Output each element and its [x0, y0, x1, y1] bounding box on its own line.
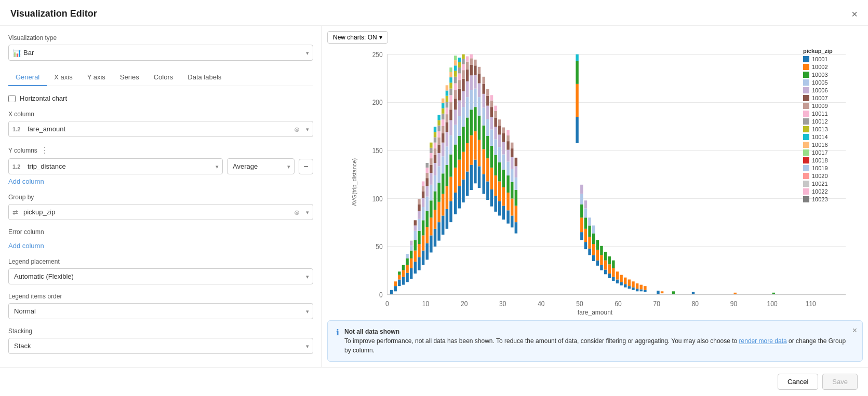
svg-rect-291 — [592, 225, 595, 233]
svg-text:50: 50 — [576, 300, 583, 308]
render-more-data-link[interactable]: render more data — [739, 337, 787, 345]
tab-yaxis[interactable]: Y axis — [80, 69, 113, 86]
svg-rect-41 — [410, 241, 412, 245]
svg-rect-50 — [418, 231, 420, 244]
x-column-clear-icon[interactable]: ⊗ — [294, 125, 300, 133]
svg-rect-224 — [490, 107, 493, 117]
svg-rect-110 — [442, 126, 444, 133]
y-columns-header: Y columns ⋮ — [8, 145, 313, 155]
stacking-group: Stacking Stack ▾ — [8, 327, 313, 354]
svg-rect-62 — [422, 181, 424, 186]
group-by-clear-icon[interactable]: ⊗ — [294, 208, 300, 216]
close-button[interactable]: × — [851, 9, 858, 19]
svg-rect-32 — [402, 265, 405, 270]
cancel-button[interactable]: Cancel — [778, 374, 818, 390]
save-button[interactable]: Save — [822, 374, 858, 390]
svg-rect-67 — [426, 186, 429, 196]
svg-rect-150 — [454, 71, 457, 76]
svg-rect-186 — [470, 90, 473, 110]
svg-rect-87 — [434, 155, 436, 163]
svg-rect-268 — [515, 166, 517, 177]
svg-rect-249 — [506, 210, 509, 223]
svg-rect-265 — [515, 206, 517, 222]
viz-type-group: Visualization type 📊 Bar ▾ — [8, 34, 313, 61]
group-by-select-wrapper: ⇄ pickup_zip ⊗ ▾ — [8, 204, 313, 220]
tab-xaxis[interactable]: X axis — [47, 69, 79, 86]
svg-rect-112 — [442, 114, 444, 119]
svg-rect-49 — [418, 244, 420, 257]
svg-rect-306 — [612, 261, 615, 268]
svg-rect-176 — [466, 143, 469, 172]
svg-rect-42 — [414, 262, 417, 274]
svg-rect-274 — [580, 232, 583, 240]
svg-rect-91 — [434, 132, 436, 137]
x-column-group: X column 1.2 fare_amount ⊗ ▾ — [8, 111, 313, 137]
svg-rect-322 — [644, 286, 646, 290]
svg-rect-263 — [511, 143, 513, 148]
legend-item: 10022 — [803, 188, 863, 195]
svg-rect-194 — [474, 89, 476, 107]
svg-rect-304 — [612, 277, 615, 281]
svg-rect-169 — [462, 91, 464, 107]
y-column-select[interactable]: trip_distance — [8, 158, 223, 174]
svg-rect-205 — [483, 174, 485, 194]
y-columns-options-icon[interactable]: ⋮ — [41, 145, 49, 155]
svg-rect-80 — [430, 148, 432, 153]
modal-header: Visualization Editor × — [0, 0, 868, 26]
svg-rect-239 — [498, 134, 501, 147]
svg-rect-241 — [498, 119, 501, 125]
svg-rect-255 — [506, 135, 509, 141]
horizontal-chart-checkbox[interactable] — [8, 95, 16, 102]
svg-text:250: 250 — [372, 50, 383, 59]
svg-rect-235 — [498, 201, 501, 216]
svg-rect-316 — [632, 281, 634, 287]
tab-general[interactable]: General — [8, 69, 47, 86]
legend-item: 10013 — [803, 126, 863, 132]
svg-rect-137 — [449, 83, 452, 88]
svg-rect-211 — [483, 77, 485, 84]
add-y-column-link[interactable]: Add column — [8, 177, 44, 185]
svg-rect-258 — [511, 198, 513, 215]
svg-rect-311 — [624, 284, 626, 287]
svg-rect-170 — [462, 79, 464, 91]
stacking-select[interactable]: Stack — [8, 338, 313, 354]
svg-rect-123 — [446, 107, 448, 114]
group-by-select[interactable]: pickup_zip — [8, 204, 313, 220]
legend-placement-select[interactable]: Automatic (Flexible) — [8, 268, 313, 284]
add-error-column-link[interactable]: Add column — [8, 242, 44, 250]
svg-rect-198 — [478, 166, 480, 188]
legend-item: 10002 — [803, 64, 863, 70]
legend-item: 10005 — [803, 79, 863, 86]
info-banner-close-button[interactable]: × — [852, 326, 857, 335]
svg-rect-177 — [466, 117, 469, 143]
legend-order-select[interactable]: Normal — [8, 303, 313, 319]
chart-toolbar: New charts: ON ▾ — [327, 31, 863, 44]
tab-datalabels[interactable]: Data labels — [180, 69, 229, 86]
svg-rect-189 — [470, 58, 473, 65]
viz-type-select[interactable]: Bar — [8, 45, 313, 61]
svg-rect-55 — [422, 251, 424, 265]
legend-item: 10007 — [803, 95, 863, 101]
svg-rect-92 — [434, 127, 436, 132]
svg-rect-162 — [458, 67, 461, 73]
svg-rect-77 — [430, 165, 432, 173]
info-text: Not all data shown To improve performanc… — [344, 327, 854, 355]
svg-rect-293 — [596, 250, 599, 260]
x-column-select[interactable]: fare_amount — [8, 121, 313, 137]
svg-rect-101 — [437, 126, 440, 131]
stacking-label: Stacking — [8, 327, 313, 335]
svg-rect-173 — [462, 59, 464, 64]
error-column-label: Error column — [8, 228, 313, 236]
svg-rect-134 — [449, 102, 452, 110]
svg-rect-75 — [430, 185, 432, 200]
svg-rect-231 — [494, 127, 497, 139]
svg-rect-294 — [596, 240, 599, 250]
aggregate-select[interactable]: Average — [227, 158, 295, 174]
svg-rect-297 — [600, 246, 603, 255]
info-message: To improve performance, not all data has… — [344, 337, 737, 345]
tab-series[interactable]: Series — [113, 69, 146, 86]
remove-y-column-button[interactable]: − — [299, 159, 313, 174]
new-charts-toggle[interactable]: New charts: ON ▾ — [327, 31, 388, 44]
tab-colors[interactable]: Colors — [146, 69, 181, 86]
aggregate-select-wrapper: Average ▾ — [227, 158, 295, 174]
